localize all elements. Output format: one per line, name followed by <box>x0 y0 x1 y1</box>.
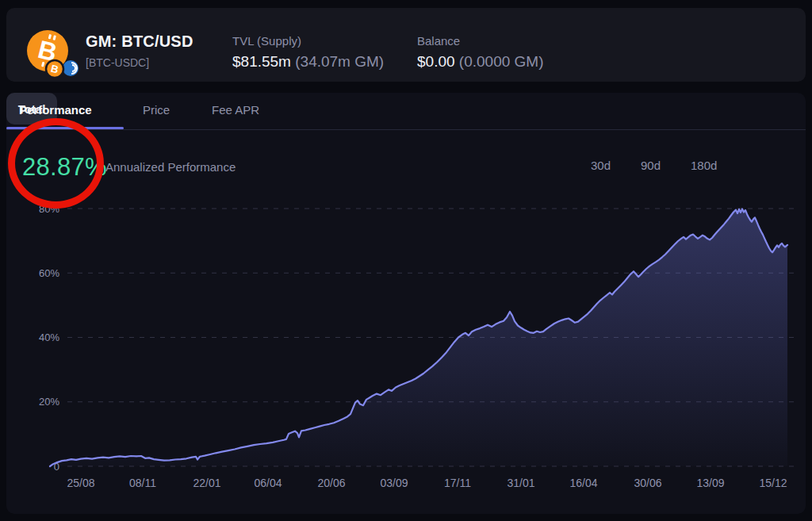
balance-value: $0.00 (0.0000 GM) <box>417 53 543 71</box>
svg-text:31/01: 31/01 <box>507 477 534 489</box>
performance-chart[interactable]: 80%60%40%20%0 25/0808/1122/0106/0420/060… <box>6 93 806 514</box>
x-axis-labels: 25/0808/1122/0106/0420/0603/0917/1131/01… <box>67 477 787 489</box>
tvl-secondary: (34.07m GM) <box>295 53 384 70</box>
svg-text:17/11: 17/11 <box>444 477 471 489</box>
page-title: GM: BTC/USD <box>86 33 193 51</box>
market-pair-subtitle: [BTC-USDC] <box>86 56 193 69</box>
svg-text:30/06: 30/06 <box>634 477 661 489</box>
svg-text:06/04: 06/04 <box>254 477 282 489</box>
svg-text:25/08: 25/08 <box>67 477 94 489</box>
svg-text:20%: 20% <box>39 396 59 408</box>
svg-text:40%: 40% <box>39 331 59 343</box>
btc-badge-icon: B <box>46 60 63 78</box>
svg-text:15/12: 15/12 <box>759 477 787 489</box>
y-axis-labels: 80%60%40%20%0 <box>39 203 59 473</box>
performance-panel: Performance Price Fee APR 28.87% Annuali… <box>6 93 806 514</box>
svg-text:20/06: 20/06 <box>317 477 345 489</box>
svg-text:80%: 80% <box>39 203 59 215</box>
btc-usd-market-icon: B B <box>24 27 81 79</box>
tvl-label: TVL (Supply) <box>232 34 384 48</box>
svg-text:13/09: 13/09 <box>696 477 724 489</box>
market-header-card: B B GM: BTC/USD [BTC-USDC] TVL (Supply) … <box>6 8 806 82</box>
balance-label: Balance <box>417 34 543 48</box>
svg-text:60%: 60% <box>39 267 59 279</box>
svg-text:22/01: 22/01 <box>193 477 220 489</box>
svg-text:16/04: 16/04 <box>569 477 597 489</box>
svg-text:03/09: 03/09 <box>380 477 408 489</box>
tvl-value: $81.55m (34.07m GM) <box>232 53 384 71</box>
svg-text:08/11: 08/11 <box>129 477 156 489</box>
balance-secondary: (0.0000 GM) <box>459 53 544 70</box>
